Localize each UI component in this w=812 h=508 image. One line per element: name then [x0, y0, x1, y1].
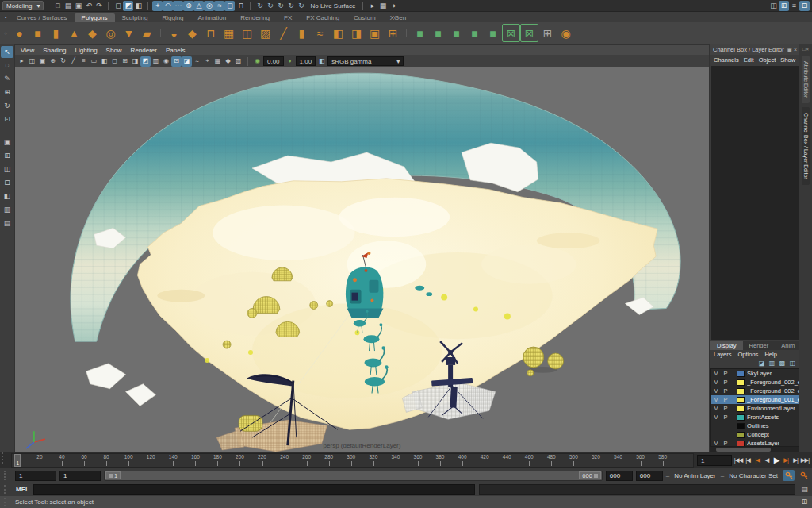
wireframe-icon[interactable]: ◉ — [161, 56, 171, 67]
range-slider[interactable]: 1 600 — [104, 471, 603, 481]
undock-panel-icon[interactable]: ▣ — [787, 47, 792, 53]
resolution-gate-icon[interactable]: ◻ — [109, 56, 120, 67]
layer-color-swatch[interactable] — [737, 388, 745, 394]
layer-visibility-toggle[interactable]: V — [711, 440, 721, 447]
screen-space-ao-icon[interactable]: ▦ — [213, 56, 223, 67]
layer-row-assetslayer[interactable]: VPAssetsLayer — [711, 439, 799, 447]
shelf-handle-icon[interactable]: ○ — [2, 24, 10, 42]
move-tool-icon[interactable]: ⊕ — [1, 87, 13, 98]
gamma-icon[interactable]: ◑ — [285, 56, 295, 67]
safe-title-icon[interactable]: ▥ — [151, 56, 161, 67]
lock-camera-icon[interactable]: ◫ — [27, 56, 37, 67]
poly-cube-icon[interactable]: ■ — [29, 24, 47, 42]
sphere-projection-icon[interactable]: ◒ — [165, 24, 183, 42]
step-forward-key-button[interactable]: ▶| — [781, 456, 791, 466]
layer-row-environmentlayer[interactable]: VPEnvironmentLayer — [711, 404, 799, 413]
merge-vertices-icon[interactable]: ■ — [429, 24, 447, 42]
redo-icon[interactable]: ↷ — [94, 1, 104, 11]
layer-editor-tab-render[interactable]: Render — [743, 341, 776, 350]
step-back-frame-button[interactable]: |◀ — [743, 456, 753, 466]
layer-color-swatch[interactable] — [737, 397, 745, 403]
layer-color-swatch[interactable] — [737, 414, 745, 421]
go-to-start-button[interactable]: |◀◀ — [733, 456, 743, 466]
poly-cone-icon[interactable]: ▲ — [65, 24, 83, 42]
shelf-tab-polygons[interactable]: Polygons — [75, 13, 115, 22]
use-all-lights-icon[interactable]: ≈ — [192, 56, 202, 67]
paint-select-tool-icon[interactable]: ✎ — [1, 73, 13, 85]
workspace-channel-box-toggle-icon[interactable]: ⊡ — [799, 1, 810, 11]
workspace-tool-settings-toggle-icon[interactable]: ⊞ — [779, 1, 789, 11]
gamma-field[interactable]: 1.00 — [296, 56, 316, 66]
ipr-render-icon[interactable]: ◑ — [388, 1, 398, 11]
menu-shading[interactable]: Shading — [43, 47, 66, 54]
layout-two-pane-stacked-icon[interactable]: ⊟ — [1, 177, 13, 189]
poly-plane-icon[interactable]: ◆ — [83, 24, 102, 42]
gate-mask-icon[interactable]: ⊞ — [120, 56, 130, 67]
menu-view[interactable]: View — [21, 47, 34, 54]
command-language-toggle[interactable]: MEL — [16, 486, 29, 493]
workspace-attribute-editor-toggle-icon[interactable]: ≡ — [789, 1, 799, 11]
mirror-icon[interactable]: ◨ — [347, 24, 366, 42]
grid-toggle-icon[interactable]: ▭ — [89, 56, 99, 67]
step-back-key-button[interactable]: |◀ — [753, 456, 762, 466]
frame-ruler[interactable]: 0204060801001201401601802002202402602803… — [11, 453, 694, 468]
range-grip[interactable] — [4, 471, 10, 481]
create-layer-from-selected-icon[interactable]: ◫ — [788, 359, 797, 368]
menu-renderer[interactable]: Renderer — [131, 47, 157, 54]
menuset-dropdown[interactable]: Modeling ▾ — [2, 1, 44, 10]
lock-selection-icon[interactable]: ⊓ — [236, 1, 246, 11]
history-option-1-icon[interactable]: ↻ — [275, 1, 285, 11]
layer-visibility-toggle[interactable]: V — [711, 396, 721, 403]
two-d-pan-zoom-icon[interactable]: ╱ — [68, 56, 79, 67]
grease-pencil-icon[interactable]: ≡ — [79, 56, 89, 67]
render-current-frame-icon[interactable]: ▸ — [367, 1, 377, 11]
construction-history-icon[interactable]: ↻ — [255, 1, 265, 11]
command-input[interactable] — [33, 484, 475, 495]
dock-icon[interactable]: □ — [802, 47, 806, 52]
merge-center-icon[interactable]: ■ — [447, 24, 465, 42]
symmetry-icon[interactable]: ⊠ — [502, 24, 520, 42]
layer-row-concept[interactable]: Concept — [711, 430, 799, 439]
move-layer-up-icon[interactable]: ◪ — [757, 359, 766, 368]
layout-single-pane-icon[interactable]: ▣ — [1, 137, 13, 148]
delete-edge-icon[interactable]: ■ — [465, 24, 484, 42]
tab-attribute-editor[interactable]: Attribute Editor — [802, 56, 810, 103]
layer-row--foreground-001-es-er[interactable]: VP_Foreground_001_es:Er — [711, 395, 799, 404]
menu-panels[interactable]: Panels — [166, 47, 185, 54]
auto-keyframe-toggle-icon[interactable] — [783, 470, 795, 481]
layer-playback-toggle[interactable]: P — [721, 387, 730, 394]
render-view-icon[interactable]: ▦ — [377, 1, 388, 11]
layer-playback-toggle[interactable]: P — [721, 396, 730, 403]
layout-outliner-persp-icon[interactable]: ▥ — [1, 204, 13, 216]
playback-start-field[interactable]: 1 — [59, 471, 101, 481]
target-weld-icon[interactable]: ■ — [411, 24, 429, 42]
close-panel-icon[interactable]: × — [794, 47, 797, 53]
layout-two-pane-side-icon[interactable]: ◫ — [1, 164, 13, 175]
script-editor-icon[interactable]: ▤ — [799, 484, 810, 495]
help-line-grip[interactable] — [4, 498, 10, 506]
shadows-icon[interactable]: + — [202, 56, 213, 67]
shelf-menu-icon[interactable]: ▪ — [2, 12, 10, 22]
command-line-grip[interactable] — [4, 485, 10, 495]
view-transform-icon[interactable]: ◧ — [316, 56, 327, 67]
move-layer-down-icon[interactable]: ▥ — [768, 359, 776, 368]
current-frame-field[interactable]: 1 — [697, 455, 732, 466]
history-option-2-icon[interactable]: ↻ — [285, 1, 296, 11]
image-plane-icon[interactable]: ↻ — [58, 56, 68, 67]
layer-visibility-toggle[interactable]: V — [711, 387, 721, 394]
character-set-dropdown[interactable]: No Character Set — [727, 472, 779, 479]
lasso-tool-icon[interactable]: ◌ — [1, 60, 13, 71]
range-start-handle[interactable]: 1 — [105, 471, 121, 479]
grid-display-icon[interactable]: ⊞ — [538, 24, 557, 42]
shelf-tab-sculpting[interactable]: Sculpting — [115, 13, 155, 22]
layer-color-swatch[interactable] — [737, 423, 745, 429]
make-live-icon[interactable]: ◎ — [204, 1, 214, 11]
layer-playback-toggle[interactable]: P — [721, 379, 730, 386]
layer-color-swatch[interactable] — [737, 432, 745, 438]
menu-show[interactable]: Show — [106, 47, 122, 54]
exposure-field[interactable]: 0.00 — [263, 56, 284, 66]
shelf-tab-xgen[interactable]: XGen — [383, 13, 413, 22]
layer-editor-tab-anim[interactable]: Anim — [775, 341, 801, 350]
layer-playback-toggle[interactable]: P — [721, 440, 730, 447]
shelf-tab-fx[interactable]: FX — [277, 13, 299, 22]
